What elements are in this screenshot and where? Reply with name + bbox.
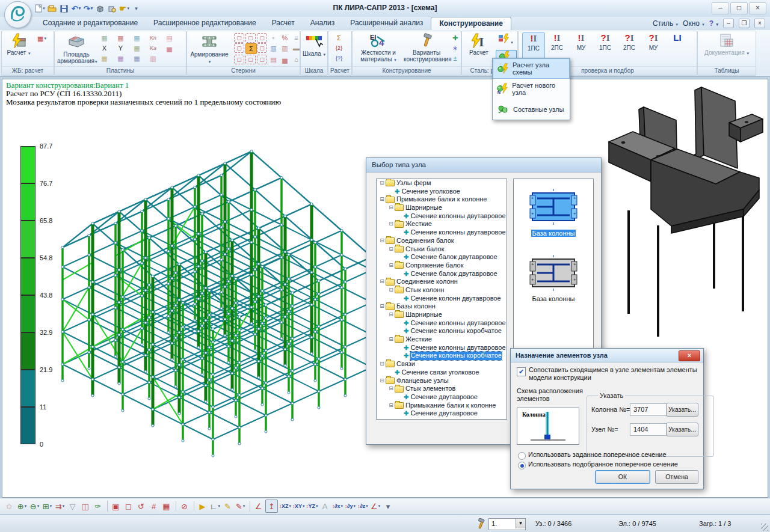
tab-1[interactable]: Расширенное редактирование [146,17,264,30]
tool-toolbar-more[interactable]: ▾ [383,500,394,512]
tool-view-xy[interactable]: ↕XY▾ [292,500,305,512]
ok-button[interactable]: ОК [595,470,650,484]
expander-icon[interactable]: ⊟ [379,360,385,368]
cancel-button[interactable]: Отмена [655,470,698,484]
scale-button[interactable]: Шкала ▾ [302,34,326,58]
check-item-2пс-4[interactable]: ?I2ПС [618,32,640,65]
expander-icon[interactable]: ⊟ [388,204,394,212]
tool-zoom-extents[interactable]: ⊞▾ [42,500,53,512]
pick-node-button[interactable]: Указать... [666,423,698,436]
plates-tool-7[interactable]: ▦ [132,43,142,53]
tool-pencil-red[interactable]: ✎▾ [235,500,246,512]
menu-item-composite-nodes[interactable]: Составные узлы [493,99,570,120]
pick-column-button[interactable]: Указать... [666,403,698,417]
tree-item-23[interactable]: ✚Сечение связи уголковое [377,368,507,377]
tool-local-axes[interactable]: ∟▾ [209,500,221,512]
tree-item-16[interactable]: ⊟Шарнирные [377,311,507,319]
thumb-label[interactable]: База колонны [531,230,576,237]
minimize-button[interactable]: – [712,2,729,14]
resize-grip[interactable] [761,524,768,531]
tool-rotate-model[interactable]: ◫ [79,500,91,512]
dialog-title[interactable]: Назначение элементов узла [511,349,703,362]
plates-tool-0[interactable]: ▦ [99,33,109,43]
check-item-li-6[interactable]: LI [667,32,688,65]
tool-select-poly[interactable]: ✩ [4,500,15,512]
node-number-input[interactable]: 1404 [630,423,668,436]
plates-tool-5[interactable]: X [99,43,109,53]
child-minimize-button[interactable]: – [723,19,734,28]
tab-2[interactable]: Расчет [264,17,303,30]
tool-filter[interactable]: ▽ [67,500,78,512]
plates-tool-9[interactable]: ▅ [164,43,174,53]
zhb-calc-button[interactable]: Расчет ▾ [4,33,34,57]
check-item-му-2[interactable]: !IМУ [570,32,592,65]
tool-pencil-yellow[interactable]: ✎ [222,500,233,512]
expander-icon[interactable]: ⊟ [388,286,394,295]
maximize-button[interactable]: □ [730,2,748,14]
tree-item-2[interactable]: ⊟Примыкание балки к колонне [377,195,507,204]
tree-item-9[interactable]: ✚Сечение балок двутавровое [377,253,507,261]
tree-item-15[interactable]: ⊟Базы колонн [377,302,507,311]
tree-item-8[interactable]: ⊟Стыки балок [377,245,507,254]
expander-icon[interactable]: ⊟ [388,220,394,228]
tree-item-5[interactable]: ⊟Жесткие [377,220,507,228]
menu-item-calc-scheme-node[interactable]: Расчет узла схемы [493,58,570,79]
expander-icon[interactable]: ⊟ [388,311,394,319]
stiffness-materials-button[interactable]: EI4 Жесткости и материалы ▾ [354,33,402,63]
column-number-input[interactable]: 3707 [630,403,668,416]
tree-item-17[interactable]: ✚Сечение колонны двутавровое [377,319,507,328]
child-close-button[interactable]: × [754,19,765,28]
expander-icon[interactable]: ⊟ [388,402,394,410]
tree-item-18[interactable]: ✚Сечение колонны коробчатое [377,327,507,335]
steel-node-3d-render[interactable] [596,84,768,350]
tool-rotate-x[interactable]: ↕∂x▾ [332,500,343,512]
tree-item-10[interactable]: ⊟Сопряжение балок [377,261,507,270]
tree-item-6[interactable]: ✚Сечение колонны двутавровое [377,228,507,237]
tool-perspective[interactable]: A [319,500,331,512]
combo-dropdown-icon[interactable]: ▼ [516,519,525,528]
tool-rotate-y[interactable]: ↕∂y▾ [345,500,356,512]
rods-tool-12[interactable]: ▢ [234,55,244,64]
tree-item-24[interactable]: ⊟Фланцевые узлы [377,377,507,385]
plates-tool-11[interactable]: ▦ [116,54,126,63]
tree-item-25[interactable]: ⊟Стык элементов [377,385,507,393]
expander-icon[interactable]: ⊟ [388,335,394,344]
tool-view-xz[interactable]: ↕XZ▾ [279,500,291,512]
tool-zoom-out[interactable]: ⊖▾ [29,500,40,512]
thumb-base-selected[interactable]: ++ ++ База колонны [527,189,580,238]
expander-icon[interactable]: ⊟ [379,237,385,245]
tree-item-19[interactable]: ⊟Жесткие [377,335,507,344]
style-menu[interactable]: Стиль ▾ [653,19,678,28]
plates-reinf-area-button[interactable]: Площадь армирования▾ [57,35,96,65]
child-restore-button[interactable]: ❐ [739,19,750,28]
expander-icon[interactable]: ⊟ [388,245,394,254]
rods-tool-7[interactable]: Σ [245,43,257,54]
tree-item-1[interactable]: ✚Сечение уголковое [377,188,507,196]
expander-icon[interactable]: ⊟ [388,261,394,270]
construction-variants-button[interactable]: Варианты конструирования [404,33,449,63]
tool-fragment-truck[interactable]: ▦ [161,500,172,512]
expander-icon[interactable]: ⊟ [379,195,385,204]
expander-icon[interactable]: ⊟ [379,377,385,385]
construction-tool-2[interactable]: ± [450,54,460,63]
tree-item-0[interactable]: ⊟Узлы ферм [377,179,507,188]
zhb-mosaic-button[interactable]: ▦▾ [37,34,47,43]
dialog-close-button[interactable]: × [679,350,700,361]
calc-tool-2[interactable]: {?} [334,54,344,63]
calc-tool-0[interactable]: Σ [334,33,344,43]
plates-tool-8[interactable]: Ka [148,43,158,53]
load-case-combo[interactable]: 1. ▼ [488,518,526,530]
plates-tool-2[interactable]: ▦ [132,33,142,43]
plates-tool-10[interactable]: ▦ [99,54,109,63]
tab-4[interactable]: Расширенный анализ [342,17,431,30]
tool-pan-views[interactable]: ⇉▾ [54,500,66,512]
tab-0[interactable]: Создание и редактирование [35,17,146,30]
plates-tool-3[interactable]: Kn [148,33,158,43]
expander-icon[interactable]: ⊟ [379,302,385,311]
tree-item-21[interactable]: ✚Сечение колонны коробчатое [377,352,507,360]
tool-fragment-restore[interactable]: ↺ [135,500,147,512]
tool-zoom-cancel[interactable]: ⊘ [179,500,190,512]
tool-fragment-box[interactable]: ◻ [123,500,134,512]
window-menu[interactable]: Окно ▾ [683,19,704,28]
tool-iso-view[interactable]: ∠ [253,500,264,512]
